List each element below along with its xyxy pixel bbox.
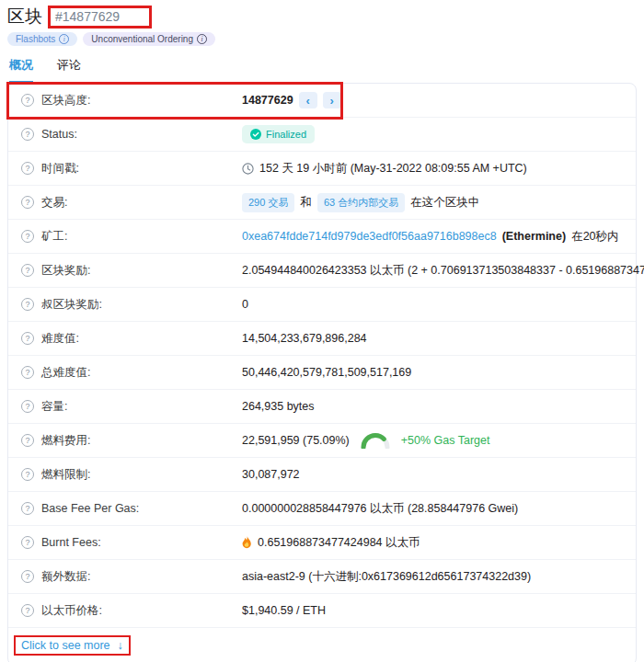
clock-icon — [242, 163, 254, 175]
unconventional-ordering-badge[interactable]: Unconventional Ordering i — [83, 32, 215, 46]
info-icon[interactable]: i — [59, 34, 69, 44]
block-details-page: 区块 #14877629 Flashbots i Unconventional … — [0, 0, 644, 662]
miner-suffix: 在20秒内 — [571, 229, 618, 245]
base-fee-value: 0.000000028858447976 以太币 (28.858447976 G… — [242, 501, 518, 517]
gas-limit-value: 30,087,972 — [242, 468, 300, 481]
check-circle-icon — [250, 129, 261, 140]
row-label: 以太币价格: — [41, 603, 102, 619]
help-icon[interactable]: ? — [21, 434, 34, 447]
tab-overview-label: 概况 — [9, 58, 33, 72]
row-miner: ? 矿工: 0xea674fdde714fd979de3edf0f56aa971… — [8, 220, 636, 254]
row-transactions: ? 交易: 290 交易 和 63 合约内部交易 在这个区块中 — [8, 186, 636, 220]
total-difficulty-value: 50,446,420,579,781,509,517,169 — [242, 366, 411, 379]
unconventional-ordering-badge-label: Unconventional Ordering — [91, 34, 193, 44]
tab-bar: 概况 评论 — [7, 46, 637, 83]
row-label: 额外数据: — [41, 569, 90, 585]
help-icon[interactable]: ? — [21, 230, 34, 243]
tab-comments-label: 评论 — [57, 58, 81, 72]
row-label: 区块奖励: — [41, 263, 90, 279]
row-timestamp: ? 时间戳: 152 天 19 小时前 (May-31-2022 08:09:5… — [8, 152, 636, 186]
row-base-fee: ? Base Fee Per Gas: 0.000000028858447976… — [8, 492, 636, 526]
row-eth-price: ? 以太币价格: $1,940.59 / ETH — [8, 594, 636, 628]
row-label: 时间戳: — [41, 161, 79, 177]
transactions-suffix: 在这个区块中 — [410, 195, 479, 211]
row-status: ? Status: Finalized — [8, 118, 636, 152]
miner-name: (Ethermine) — [502, 230, 566, 243]
arrow-down-icon: ↓ — [118, 639, 123, 652]
help-icon[interactable]: ? — [21, 502, 34, 515]
help-icon[interactable]: ? — [21, 264, 34, 277]
flashbots-badge-label: Flashbots — [16, 34, 55, 44]
row-label: 区块高度: — [41, 93, 90, 108]
row-label: 交易: — [41, 195, 67, 211]
block-overview-card: ? 区块高度: 14877629 ‹ › ? Status: Finalized — [7, 83, 637, 662]
row-label: Base Fee Per Gas: — [41, 502, 139, 515]
help-icon[interactable]: ? — [21, 468, 34, 481]
row-total-difficulty: ? 总难度值: 50,446,420,579,781,509,517,169 — [8, 356, 636, 390]
row-block-height: ? 区块高度: 14877629 ‹ › — [8, 84, 636, 118]
extra-data-value: asia-east2-9 (十六进制:0x617369612d656173743… — [242, 569, 531, 585]
row-gas-used: ? 燃料费用: 22,591,959 (75.09%) +50% Gas Tar… — [8, 424, 636, 458]
help-icon[interactable]: ? — [21, 196, 34, 209]
block-height-value: 14877629 — [242, 94, 293, 107]
row-label: 容量: — [41, 399, 67, 415]
tab-comments[interactable]: 评论 — [57, 57, 81, 83]
page-header: 区块 #14877629 Flashbots i Unconventional … — [7, 5, 637, 46]
row-label: 燃料费用: — [41, 433, 90, 449]
uncle-reward-value: 0 — [242, 298, 248, 311]
row-difficulty: ? 难度值: 14,504,233,679,896,284 — [8, 322, 636, 356]
gas-used-value: 22,591,959 (75.09%) — [242, 434, 350, 447]
eth-price-value: $1,940.59 / ETH — [242, 604, 326, 617]
row-label: 叔区块奖励: — [41, 297, 102, 313]
row-label: Status: — [41, 128, 77, 141]
help-icon[interactable]: ? — [21, 162, 34, 175]
row-burnt-fees: ? Burnt Fees: 0.651968873477424984 以太币 — [8, 526, 636, 560]
timestamp-value: 152 天 19 小时前 (May-31-2022 08:09:55 AM +U… — [259, 161, 527, 177]
transactions-count-badge[interactable]: 290 交易 — [242, 193, 294, 212]
annotation-box-block-number: #14877629 — [48, 6, 152, 29]
row-label: 矿工: — [41, 229, 67, 245]
internal-transactions-badge[interactable]: 63 合约内部交易 — [317, 193, 405, 212]
next-block-button[interactable]: › — [323, 92, 341, 108]
gas-target-label: +50% Gas Target — [401, 434, 490, 447]
row-block-reward: ? 区块奖励: 2.054944840026423353 以太币 (2 + 0.… — [8, 254, 636, 288]
block-reward-value: 2.054944840026423353 以太币 (2 + 0.70691371… — [242, 263, 644, 279]
size-value: 264,935 bytes — [242, 400, 315, 413]
fire-icon — [242, 536, 252, 549]
burnt-fees-value: 0.651968873477424984 以太币 — [258, 535, 420, 551]
page-title: 区块 — [7, 5, 42, 29]
row-uncle-reward: ? 叔区块奖励: 0 — [8, 288, 636, 322]
help-icon[interactable]: ? — [21, 570, 34, 583]
header-badges: Flashbots i Unconventional Ordering i — [7, 32, 637, 46]
miner-address-link[interactable]: 0xea674fdde714fd979de3edf0f56aa9716b898e… — [242, 230, 497, 243]
difficulty-value: 14,504,233,679,896,284 — [242, 332, 367, 345]
annotation-box-see-more: Click to see more ↓ — [14, 635, 131, 656]
row-label: 总难度值: — [41, 365, 90, 381]
card-footer: Click to see more ↓ — [8, 628, 636, 662]
block-number: #14877629 — [55, 9, 120, 24]
help-icon[interactable]: ? — [21, 298, 34, 311]
row-label: 燃料限制: — [41, 467, 90, 483]
tab-overview[interactable]: 概况 — [9, 57, 33, 83]
see-more-label: Click to see more — [21, 639, 110, 652]
help-icon[interactable]: ? — [21, 604, 34, 617]
info-icon[interactable]: i — [197, 34, 207, 44]
row-gas-limit: ? 燃料限制: 30,087,972 — [8, 458, 636, 492]
previous-block-button[interactable]: ‹ — [299, 92, 317, 108]
click-to-see-more-link[interactable]: Click to see more ↓ — [21, 639, 123, 652]
help-icon[interactable]: ? — [21, 332, 34, 345]
title-line: 区块 #14877629 — [7, 5, 637, 29]
status-badge: Finalized — [242, 125, 315, 143]
transactions-conjunction: 和 — [300, 195, 312, 211]
help-icon[interactable]: ? — [21, 94, 34, 107]
flashbots-badge[interactable]: Flashbots i — [7, 32, 77, 46]
help-icon[interactable]: ? — [21, 366, 34, 379]
help-icon[interactable]: ? — [21, 536, 34, 549]
status-badge-label: Finalized — [266, 129, 306, 140]
gas-gauge-icon — [361, 433, 390, 449]
row-extra-data: ? 额外数据: asia-east2-9 (十六进制:0x617369612d6… — [8, 560, 636, 594]
help-icon[interactable]: ? — [21, 400, 34, 413]
row-label: Burnt Fees: — [41, 536, 101, 549]
row-size: ? 容量: 264,935 bytes — [8, 390, 636, 424]
help-icon[interactable]: ? — [21, 128, 34, 141]
